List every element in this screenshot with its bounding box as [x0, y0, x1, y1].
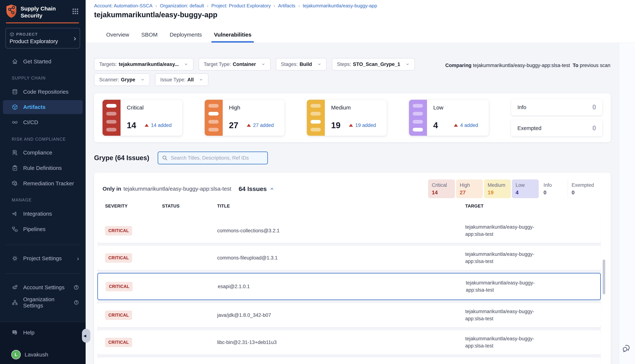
product-title: Supply Chain Security: [21, 5, 56, 19]
exempted-card[interactable]: Exempted 0: [511, 120, 602, 136]
sidebar-item-organization-settings[interactable]: Organization Settings: [3, 296, 83, 308]
issues-table-body: CRITICAL commons-collections@3.2.1 tejak…: [97, 218, 601, 364]
help-button[interactable]: ? Help: [3, 327, 83, 338]
sidebar-item-label: Pipelines: [23, 226, 46, 232]
table-row[interactable]: [97, 358, 601, 364]
tab-vulnerabilities[interactable]: Vulnerabilities: [214, 32, 251, 42]
app-root: Supply Chain Security PROJECT Product Ex…: [0, 0, 635, 364]
breadcrumb-artifacts[interactable]: Artifacts: [278, 3, 295, 9]
critical-count: 14: [127, 120, 136, 130]
filter-target-type[interactable]: Target Type: Container: [199, 58, 271, 70]
chip-info[interactable]: Info 0: [540, 180, 567, 198]
sidebar-item-label: Code Repositories: [23, 89, 69, 95]
breadcrumb-account[interactable]: Account: Automation-SSCA: [94, 3, 153, 9]
search-input[interactable]: [171, 155, 264, 161]
column-target: TARGET: [465, 204, 598, 209]
filter-targets[interactable]: Targets: tejakummarikuntla/easy...: [94, 58, 194, 70]
table-row[interactable]: CRITICAL commons-collections@3.2.1 tejak…: [97, 218, 601, 243]
filter-stages[interactable]: Stages: Build: [276, 58, 327, 70]
severity-strip: [103, 100, 121, 136]
info-icon[interactable]: [74, 300, 79, 305]
sidebar-item-cicd[interactable]: CI/CD: [3, 116, 83, 128]
issue-target: tejakummarikuntla/easy-buggy-app:slsa-te…: [465, 335, 545, 350]
severity-card-high[interactable]: High 27 27 added: [205, 100, 284, 136]
info-icon[interactable]: [74, 285, 79, 290]
infinity-icon: [12, 119, 18, 126]
filters-row-2: Scanner: Grype Issue Type: All: [94, 74, 208, 86]
low-count: 4: [433, 120, 438, 130]
chip-exempted[interactable]: Exempted 0: [568, 180, 601, 198]
table-row[interactable]: CRITICAL libc-bin@2.31-13+deb11u3 tejaku…: [97, 330, 601, 354]
severity-badge: CRITICAL: [106, 282, 133, 291]
filter-issue-type[interactable]: Issue Type: All: [155, 74, 208, 86]
sidebar-item-get-started[interactable]: Get Started: [3, 56, 83, 68]
table-row-selected[interactable]: CRITICAL esapi@2.1.0.1 tejakummarikuntla…: [97, 273, 601, 300]
sidebar-item-pipelines[interactable]: Pipelines: [3, 223, 83, 235]
severity-strip: [307, 100, 325, 136]
sidebar-item-label: CI/CD: [23, 119, 38, 126]
severity-card-medium[interactable]: Medium 19 19 added: [307, 100, 387, 136]
project-selector[interactable]: PROJECT Product Exploratory ›: [6, 28, 80, 48]
table-scrollbar-thumb[interactable]: [603, 260, 605, 294]
app-switcher-grid-icon[interactable]: [72, 8, 79, 15]
issues-toolbar: Grype (64 Issues): [94, 152, 268, 164]
severity-summary-panel: Critical 14 14 added: [94, 93, 611, 142]
sidebar-section-supply-chain: SUPPLY CHAIN: [12, 76, 46, 80]
column-status: STATUS: [162, 204, 217, 209]
severity-card-critical[interactable]: Critical 14 14 added: [103, 100, 182, 136]
clipboard-check-icon: [12, 165, 18, 171]
issue-target: tejakummarikuntla/easy-buggy-app:slsa-te…: [465, 308, 545, 322]
tab-overview[interactable]: Overview: [106, 32, 129, 42]
tab-sbom[interactable]: SBOM: [141, 32, 158, 42]
info-card[interactable]: Info 0: [511, 99, 602, 115]
chevron-down-icon: [184, 62, 188, 66]
severity-strip: [409, 100, 427, 136]
issues-search[interactable]: [158, 152, 268, 164]
triangle-up-icon: [247, 124, 251, 127]
breadcrumb-current[interactable]: tejakummarikuntla/easy-buggy-app: [303, 3, 377, 9]
sidebar-item-integrations[interactable]: Integrations: [3, 208, 83, 220]
severity-chip-filters: Critical 14 High 27 Medium 19 Low: [428, 180, 601, 198]
info-exempted-column: Info 0 Exempted 0: [511, 99, 602, 136]
gear-icon: [12, 255, 18, 262]
chip-low[interactable]: Low 4: [512, 180, 539, 198]
chip-critical[interactable]: Critical 14: [428, 180, 455, 198]
low-added: 4 added: [454, 122, 478, 128]
search-icon: [162, 155, 168, 161]
chat-bubbles-icon[interactable]: [622, 344, 631, 353]
integrations-icon: [12, 211, 18, 217]
sidebar-item-account-settings[interactable]: Account Settings: [3, 282, 83, 293]
chip-medium[interactable]: Medium 19: [484, 180, 511, 198]
sidebar-item-rule-definitions[interactable]: Rule Definitions: [3, 162, 83, 174]
sidebar-item-artifacts[interactable]: Artifacts: [3, 100, 83, 114]
sidebar-item-label: Compliance: [23, 150, 52, 156]
brand-accent-bar: [6, 22, 79, 23]
table-row[interactable]: CRITICAL java/jdk@1.8.0_342-b07 tejakumm…: [97, 303, 601, 327]
sidebar-item-label: Artifacts: [23, 104, 46, 110]
chevron-left-icon: ◀: [84, 334, 86, 338]
sidebar-item-compliance[interactable]: Compliance: [3, 147, 83, 158]
sidebar-item-project-settings[interactable]: Project Settings ›: [3, 252, 83, 264]
issue-target: tejakummarikuntla/easy-buggy-app:slsa-te…: [465, 251, 545, 265]
breadcrumb-organization[interactable]: Organization: default: [160, 3, 204, 9]
user-menu[interactable]: L Lavakush: [3, 349, 83, 360]
chevron-right-icon: ›: [74, 34, 76, 42]
breadcrumb-project[interactable]: Project: Product Exploratory: [211, 3, 271, 9]
filter-steps[interactable]: Steps: STO_Scan_Grype_1: [332, 58, 415, 70]
svg-text:?: ?: [14, 330, 15, 333]
chip-high[interactable]: High 27: [456, 180, 483, 198]
column-title: TITLE: [217, 204, 465, 209]
table-row[interactable]: CRITICAL commons-fileupload@1.3.1 tejaku…: [97, 246, 601, 270]
sidebar-collapse-handle[interactable]: ◀: [82, 329, 90, 343]
sidebar-item-code-repositories[interactable]: Code Repositories: [3, 86, 83, 98]
high-count: 27: [229, 120, 238, 130]
severity-card-low[interactable]: Low 4 4 added: [409, 100, 489, 136]
chevron-up-icon[interactable]: [269, 186, 275, 191]
severity-badge: CRITICAL: [105, 253, 132, 262]
filter-scanner[interactable]: Scanner: Grype: [94, 74, 150, 86]
sidebar-section-risk-compliance: RISK AND COMPLIANCE: [12, 137, 66, 142]
sidebar-item-remediation-tracker[interactable]: Remediation Tracker: [3, 178, 83, 189]
tab-deployments[interactable]: Deployments: [170, 32, 202, 42]
breadcrumb-separator: ›: [207, 3, 208, 8]
cube-icon: [12, 104, 18, 110]
